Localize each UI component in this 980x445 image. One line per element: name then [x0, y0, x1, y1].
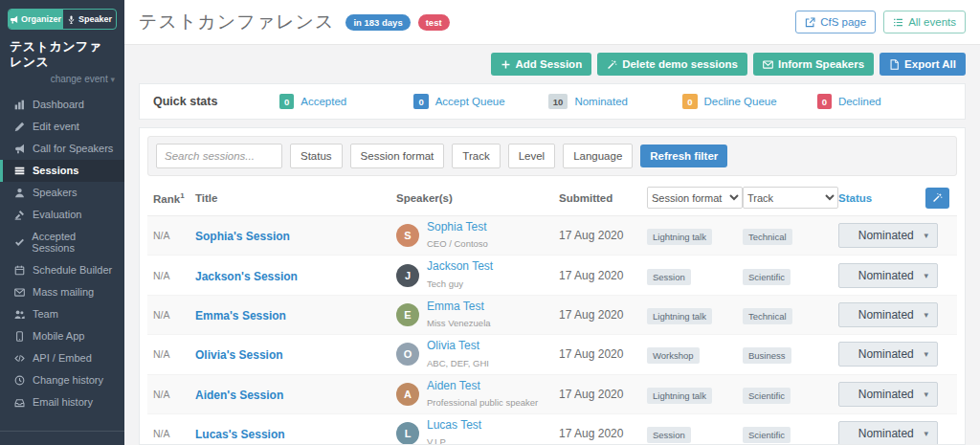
all-events-button[interactable]: All events [883, 11, 966, 33]
role-toggle: Organizer Speaker [8, 9, 117, 30]
stat-label-link[interactable]: Declined [838, 96, 881, 107]
organizer-toggle-button[interactable]: Organizer [9, 10, 62, 29]
export-all-button[interactable]: Export All [880, 53, 966, 76]
sidebar-item-team[interactable]: Team [0, 303, 124, 325]
status-dropdown[interactable]: Nominated ▾ [838, 302, 938, 327]
session-title-link[interactable]: Lucas's Session [195, 428, 285, 441]
chevron-down-icon: ▾ [924, 231, 928, 240]
sidebar-item-call-for-speakers[interactable]: Call for Speakers [0, 138, 124, 160]
stat-label-link[interactable]: Accepted [301, 96, 346, 107]
filter-dropdown-level[interactable]: Level [508, 144, 556, 168]
session-title-link[interactable]: Jackson's Session [195, 270, 298, 283]
chevron-down-icon: ▾ [924, 389, 928, 399]
inform-speakers-button[interactable]: Inform Speakers [753, 53, 874, 76]
filter-dropdown-language[interactable]: Language [563, 144, 633, 168]
speaker-label: Speaker [78, 14, 112, 24]
sidebar-item-change-history[interactable]: Change history [0, 369, 124, 391]
speaker-toggle-button[interactable]: Speaker [62, 10, 116, 29]
track-chip: Scientific [743, 269, 791, 285]
filter-dropdown-track[interactable]: Track [452, 144, 500, 168]
stat-label-link[interactable]: Nominated [574, 96, 628, 107]
format-chip: Workshop [647, 347, 700, 364]
rank-cell: N/A [153, 230, 195, 241]
status-dropdown[interactable]: Nominated ▾ [838, 342, 938, 367]
sidebar-item-evaluation[interactable]: Evaluation [0, 204, 124, 226]
status-cell: Nominated ▾ [838, 223, 951, 248]
sidebar-item-mobile-app[interactable]: Mobile App [0, 325, 124, 347]
session-title-link[interactable]: Emma's Session [195, 309, 286, 323]
speaker-tagline: ABC, DEF, GHI [427, 358, 489, 368]
microphone-icon [67, 15, 76, 24]
chevron-down-icon: ▾ [924, 349, 928, 359]
stat-label-link[interactable]: Accept Queue [435, 96, 505, 107]
sidebar-item-speakers[interactable]: Speakers [0, 182, 124, 204]
table-row: N/A Sophia's Session S Sophia Test CEO /… [147, 216, 957, 256]
speaker-name-link[interactable]: Sophia Test [427, 220, 488, 234]
cfs-page-button[interactable]: CfS page [795, 11, 876, 33]
quick-stat: 0 Accept Queue [413, 94, 547, 109]
status-dropdown[interactable]: Nominated ▾ [838, 263, 938, 288]
speaker-name-link[interactable]: Lucas Test [427, 418, 481, 432]
external-link-icon [805, 17, 815, 28]
session-title-link[interactable]: Aiden's Session [195, 389, 283, 402]
speaker-name-link[interactable]: Olivia Test [427, 339, 489, 352]
delete-demo-sessions-button[interactable]: Delete demo sessions [597, 53, 747, 76]
status-dropdown[interactable]: Nominated ▾ [838, 421, 938, 444]
speaker-name-link[interactable]: Aiden Test [427, 379, 538, 392]
magic-wand-button[interactable] [925, 188, 949, 209]
status-dropdown[interactable]: Nominated ▾ [838, 382, 938, 407]
plus-icon [501, 59, 511, 70]
session-title-link[interactable]: Olivia's Session [195, 348, 283, 362]
change-event-link[interactable]: change event ▾ [10, 74, 115, 84]
track-chip: Scientific [743, 427, 791, 443]
speaker-cell: S Sophia Test CEO / Contoso [396, 220, 559, 251]
megaphone-icon [13, 144, 26, 154]
sidebar-item-accepted-sessions[interactable]: Accepted Sessions [0, 226, 124, 259]
filter-dropdown-session-format[interactable]: Session format [350, 144, 445, 168]
quick-stat: 10 Nominated [548, 94, 682, 109]
quick-stats-title: Quick stats [153, 95, 279, 108]
status-dropdown[interactable]: Nominated ▾ [838, 223, 938, 248]
search-input[interactable] [156, 144, 282, 168]
submitted-cell: 17 Aug 2020 [559, 388, 647, 401]
status-cell: Nominated ▾ [838, 421, 951, 444]
organizer-label: Organizer [21, 14, 61, 24]
chevron-down-icon: ▾ [924, 310, 928, 320]
status-column-header[interactable]: Status [838, 192, 872, 204]
sidebar-item-sessions[interactable]: Sessions [0, 160, 124, 182]
sidebar-item-api-embed[interactable]: API / Embed [0, 347, 124, 369]
stat-count-badge: 0 [817, 94, 832, 109]
speaker-cell: A Aiden Test Professional public speaker [396, 379, 559, 410]
rank-cell: N/A [153, 309, 195, 321]
sidebar-item-schedule-builder[interactable]: Schedule Builder [0, 259, 124, 281]
track-cell: Scientific [743, 425, 838, 442]
table-header: Rank1 Title Speaker(s) Submitted Session… [147, 179, 957, 216]
sidebar-divider [0, 431, 124, 432]
pencil-icon [13, 122, 26, 132]
format-filter-select[interactable]: Session format [647, 187, 743, 209]
avatar: L [396, 422, 419, 444]
format-chip: Lightning talk [647, 229, 712, 245]
speaker-name-link[interactable]: Jackson Test [427, 259, 493, 273]
filter-dropdowns: Status Session format Track Level Langua… [290, 144, 633, 168]
speaker-name-link[interactable]: Emma Test [427, 300, 491, 313]
table-row: N/A Olivia's Session O Olivia Test ABC, … [147, 335, 957, 374]
session-title-link[interactable]: Sophia's Session [195, 230, 290, 243]
sidebar-item-email-history[interactable]: Email history [0, 391, 124, 413]
stat-count-badge: 0 [279, 94, 294, 109]
chevron-down-icon: ▾ [924, 271, 928, 280]
title-column-header[interactable]: Title [195, 192, 396, 204]
clock-icon [13, 375, 26, 386]
sidebar-item-dashboard[interactable]: Dashboard [0, 94, 124, 116]
track-filter-select[interactable]: Track [743, 187, 838, 209]
refresh-filter-button[interactable]: Refresh filter [640, 145, 727, 167]
sidebar-item-mass-mailing[interactable]: Mass mailing [0, 281, 124, 303]
sidebar-item-edit-event[interactable]: Edit event [0, 116, 124, 138]
stat-label-link[interactable]: Decline Queue [704, 96, 777, 107]
add-session-button[interactable]: Add Session [491, 53, 592, 76]
rank-cell: N/A [153, 389, 195, 400]
rank-column-header[interactable]: Rank1 [153, 191, 195, 205]
stat-count-badge: 0 [413, 94, 428, 109]
submitted-column-header[interactable]: Submitted [559, 192, 647, 204]
filter-dropdown-status[interactable]: Status [290, 144, 343, 168]
